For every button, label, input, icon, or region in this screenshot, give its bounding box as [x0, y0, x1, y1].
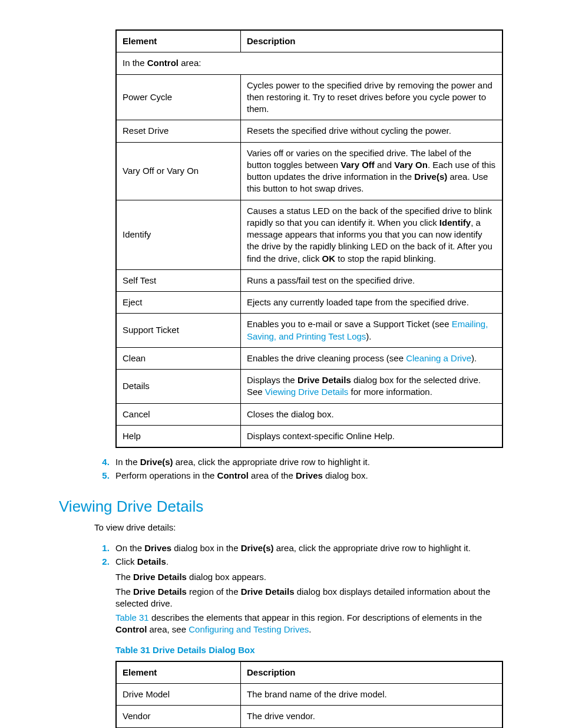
table-header-description: Description	[241, 661, 503, 684]
drive-details-table: Element Description Drive Model The bran…	[115, 661, 503, 728]
table-row: Help Displays context-specific Online He…	[116, 425, 503, 447]
step-2: Click Details.	[112, 556, 503, 568]
table-caption: Table 31 Drive Details Dialog Box	[115, 644, 503, 656]
text-bold: Drive(s)	[414, 172, 447, 182]
description-cell: Closes the dialog box.	[241, 403, 503, 425]
description-cell: Displays the Drive Details dialog box fo…	[241, 370, 503, 404]
description-cell: Varies off or varies on the specified dr…	[241, 142, 503, 200]
text-fragment: Enables you to e-mail or save a Support …	[247, 319, 452, 329]
table-header-element: Element	[116, 30, 241, 52]
table-row: Drive Model The brand name of the drive …	[116, 684, 503, 706]
text-fragment: ).	[366, 331, 371, 341]
steps-list-b: On the Drives dialog box in the Drive(s)…	[59, 542, 503, 568]
element-cell: Reset Drive	[116, 120, 241, 142]
text-fragment: dialog box.	[323, 470, 368, 480]
text-fragment: describes the elements that appear in th…	[149, 612, 482, 622]
text-fragment: On the	[115, 543, 144, 553]
text-fragment: dialog box in the	[171, 543, 241, 553]
description-cell: Displays context-specific Online Help.	[241, 425, 503, 447]
text-fragment: Displays the	[247, 375, 297, 385]
section-intro: To view drive details:	[94, 522, 503, 533]
description-cell: Cycles power to the specified drive by r…	[241, 74, 503, 120]
text-fragment: The	[115, 587, 133, 597]
table-row: Reset Drive Resets the specified drive w…	[116, 120, 503, 142]
text-bold: Drive Details	[133, 587, 187, 597]
text-fragment: area, click the appropriate drive row to…	[173, 457, 370, 467]
description-cell: The drive vendor.	[241, 706, 503, 727]
text-fragment: Click	[115, 556, 137, 566]
step-1: On the Drives dialog box in the Drive(s)…	[112, 542, 503, 554]
text-fragment: Enables the drive cleaning process (see	[247, 353, 406, 363]
table-header-element: Element	[116, 661, 241, 684]
control-area-table: Element Description In the Control area:…	[115, 29, 503, 448]
table-row: Self Test Runs a pass/fail test on the s…	[116, 269, 503, 291]
text-fragment: ).	[471, 353, 477, 363]
text-fragment: to stop the rapid blinking.	[335, 253, 436, 263]
description-cell: Enables the drive cleaning process (see …	[241, 347, 503, 369]
table-row: Support Ticket Enables you to e-mail or …	[116, 314, 503, 348]
steps-list-a: In the Drive(s) area, click the appropri…	[59, 456, 503, 482]
text-fragment: area of the	[249, 470, 296, 480]
text-fragment: The	[115, 572, 133, 582]
text-bold: Drive(s)	[140, 457, 173, 467]
subheader-text: In the	[123, 58, 147, 68]
text-bold: Drive Details	[241, 587, 295, 597]
text-fragment: for more information.	[348, 387, 432, 397]
text-fragment: Perform operations in the	[115, 470, 217, 480]
link-viewing-drive-details[interactable]: Viewing Drive Details	[265, 387, 348, 397]
element-cell: Power Cycle	[116, 74, 241, 120]
element-cell: Eject	[116, 292, 241, 314]
text-bold: Control	[217, 470, 249, 480]
element-cell: Cancel	[116, 403, 241, 425]
text-bold: OK	[322, 253, 336, 263]
text-fragment: In the	[115, 457, 140, 467]
paragraph: The Drive Details region of the Drive De…	[115, 586, 503, 610]
element-cell: Identify	[116, 200, 241, 269]
text-fragment: .	[309, 624, 311, 634]
text-bold: Drive Details	[133, 572, 187, 582]
step-4: In the Drive(s) area, click the appropri…	[112, 456, 503, 468]
description-cell: Resets the specified drive without cycli…	[241, 120, 503, 142]
text-bold: Vary On	[394, 160, 428, 170]
description-cell: The brand name of the drive model.	[241, 684, 503, 706]
text-bold: Drives	[144, 543, 171, 553]
element-cell: Details	[116, 370, 241, 404]
text-fragment: .	[166, 556, 168, 566]
element-cell: Vendor	[116, 706, 241, 727]
element-cell: Vary Off or Vary On	[116, 142, 241, 200]
element-cell: Clean	[116, 347, 241, 369]
table-row: Details Displays the Drive Details dialo…	[116, 370, 503, 404]
element-cell: Support Ticket	[116, 314, 241, 348]
step-5: Perform operations in the Control area o…	[112, 470, 503, 482]
table-row: Power Cycle Cycles power to the specifie…	[116, 74, 503, 120]
table-header-description: Description	[241, 30, 503, 52]
element-cell: Drive Model	[116, 684, 241, 706]
table-row: Identify Causes a status LED on the back…	[116, 200, 503, 269]
link-table-31[interactable]: Table 31	[115, 612, 149, 622]
text-fragment: area, see	[147, 624, 189, 634]
text-bold: Control	[115, 624, 147, 634]
element-cell: Self Test	[116, 269, 241, 291]
section-heading-viewing-drive-details: Viewing Drive Details	[59, 496, 503, 517]
subheader-bold: Control	[147, 58, 178, 68]
description-cell: Ejects any currently loaded tape from th…	[241, 292, 503, 314]
text-fragment: dialog box appears.	[187, 572, 266, 582]
paragraph: The Drive Details dialog box appears.	[115, 571, 503, 583]
link-configuring-testing-drives[interactable]: Configuring and Testing Drives	[189, 624, 309, 634]
text-bold: Vary Off	[340, 160, 375, 170]
paragraph: Table 31 describes the elements that app…	[115, 612, 503, 636]
table-row: Clean Enables the drive cleaning process…	[116, 347, 503, 369]
text-fragment: region of the	[187, 587, 241, 597]
description-cell: Runs a pass/fail test on the specified d…	[241, 269, 503, 291]
text-bold: Drive(s)	[241, 543, 274, 553]
table-row: Vendor The drive vendor.	[116, 706, 503, 727]
text-bold: Drive Details	[297, 375, 351, 385]
text-fragment: and	[375, 160, 394, 170]
description-cell: Enables you to e-mail or save a Support …	[241, 314, 503, 348]
table-row: Cancel Closes the dialog box.	[116, 403, 503, 425]
text-bold: Drives	[296, 470, 323, 480]
description-cell: Causes a status LED on the back of the s…	[241, 200, 503, 269]
element-cell: Help	[116, 425, 241, 447]
subheader-post: area:	[178, 58, 201, 68]
link-cleaning-drive[interactable]: Cleaning a Drive	[406, 353, 471, 363]
